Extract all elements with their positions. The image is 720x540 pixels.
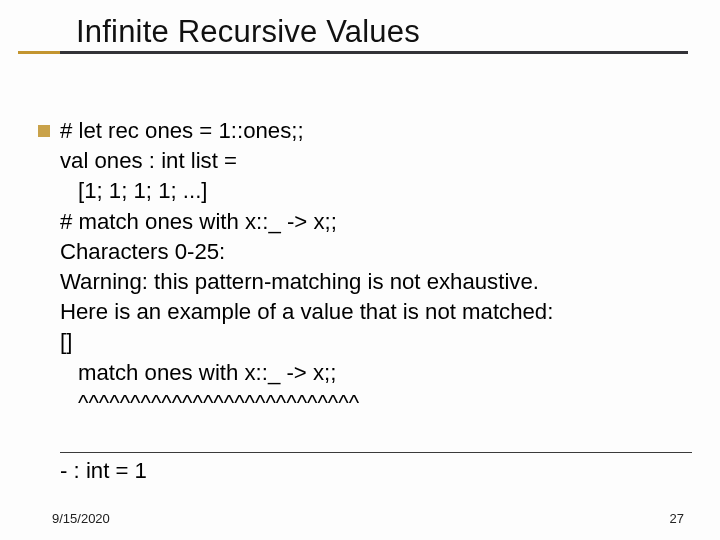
code-line: [] [60, 327, 692, 357]
bullet-icon [38, 125, 50, 137]
code-line: # let rec ones = 1::ones;; [60, 116, 692, 146]
code-line: ^^^^^^^^^^^^^^^^^^^^^^^^^^^ [60, 388, 692, 418]
code-line: match ones with x::_ -> x;; [60, 358, 692, 388]
code-line: # match ones with x::_ -> x;; [60, 207, 692, 237]
underline-main [60, 51, 688, 54]
code-line: val ones : int list = [60, 146, 692, 176]
result-line: - : int = 1 [60, 458, 147, 484]
code-line: Here is an example of a value that is no… [60, 297, 692, 327]
footer-page-number: 27 [670, 511, 684, 526]
code-line: Characters 0-25: [60, 237, 692, 267]
title-bar: Infinite Recursive Values [0, 0, 720, 58]
code-line: [1; 1; 1; 1; ...] [60, 176, 692, 206]
divider-line [60, 452, 692, 453]
slide-title: Infinite Recursive Values [76, 14, 720, 50]
footer-date: 9/15/2020 [52, 511, 110, 526]
title-underline [18, 51, 688, 58]
code-block: # let rec ones = 1::ones;; val ones : in… [60, 116, 692, 418]
underline-accent [18, 51, 60, 54]
code-line: Warning: this pattern-matching is not ex… [60, 267, 692, 297]
